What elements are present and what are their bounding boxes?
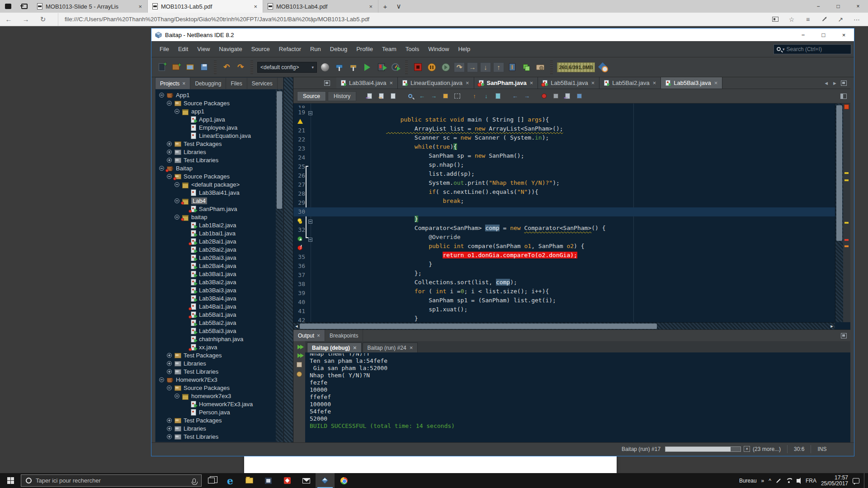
tree-expander-icon[interactable]: [167, 158, 172, 163]
code-line[interactable]: 42 }: [293, 316, 835, 322]
taskbar-mail-icon[interactable]: [297, 473, 316, 488]
tree-expander-icon[interactable]: [175, 198, 179, 203]
editor-gutter-cell[interactable]: 42: [293, 316, 307, 322]
output-console[interactable]: Nhap them( Y/N)?YTen san pham la:54fefe …: [305, 352, 850, 442]
tree-item[interactable]: SanPham.java: [156, 205, 276, 213]
taskbar-search-input[interactable]: Taper ici pour rechercher: [21, 474, 202, 487]
step-over-button[interactable]: ↷: [454, 62, 465, 72]
tree-expander-icon[interactable]: [167, 101, 172, 106]
hub-icon[interactable]: ≡: [801, 14, 815, 25]
toggle-bookmark-icon[interactable]: [493, 91, 503, 101]
network-icon[interactable]: [786, 478, 792, 483]
clock[interactable]: 17:57 25/05/2017: [821, 475, 848, 487]
editor-tab[interactable]: Lab5Bai3.java ×: [661, 77, 722, 89]
close-tab-icon[interactable]: ×: [653, 80, 656, 86]
editor-gutter-cell[interactable]: 23: [293, 144, 307, 153]
previous-bookmark-icon[interactable]: ↑: [469, 91, 479, 101]
comment-icon[interactable]: [562, 91, 572, 101]
open-project-button[interactable]: [184, 61, 196, 73]
find-previous-icon[interactable]: ←: [417, 91, 427, 101]
build-sphere-button[interactable]: [319, 61, 331, 73]
editor-tab[interactable]: LinearEquation.java ×: [398, 77, 474, 89]
source-view-button[interactable]: Source: [297, 91, 326, 101]
output-doc-tab[interactable]: Baitap (run) #24 ×: [363, 343, 418, 352]
tree-expander-icon[interactable]: [167, 174, 172, 179]
editor-gutter-cell[interactable]: 35: [293, 253, 307, 262]
editor-gutter-cell[interactable]: 38: [293, 280, 307, 289]
panel-tab[interactable]: Debugging ×: [190, 78, 226, 89]
start-button[interactable]: [0, 473, 21, 488]
tree-item[interactable]: Test Libraries: [156, 367, 276, 375]
forward-doc-icon[interactable]: [388, 91, 398, 101]
menu-item[interactable]: View: [193, 44, 214, 54]
stop-debug-button[interactable]: [412, 61, 424, 73]
microphone-icon[interactable]: [193, 479, 196, 483]
editor-tab[interactable]: Lab5Bai1.java ×: [538, 77, 599, 89]
editor-gutter-cell[interactable]: 40: [293, 298, 307, 307]
tree-item[interactable]: Test Packages: [156, 140, 276, 148]
editor-gutter-cell[interactable]: 30: [293, 207, 307, 216]
tree-expander-icon[interactable]: [167, 353, 172, 358]
editor-gutter-cell[interactable]: 20: [293, 117, 307, 126]
tree-expander-icon[interactable]: [175, 109, 179, 114]
scroll-left-icon[interactable]: ◄: [294, 324, 299, 329]
menu-item[interactable]: Navigate: [214, 44, 246, 54]
tree-item[interactable]: homework7ex3: [156, 392, 276, 400]
editor-gutter-cell[interactable]: 36: [293, 262, 307, 271]
rerun-with-args-button[interactable]: [300, 353, 304, 358]
language-indicator[interactable]: FRA: [806, 478, 816, 484]
tab-list-chevron-icon[interactable]: ∨: [392, 0, 406, 13]
share-icon[interactable]: ↗: [834, 14, 847, 25]
config-select[interactable]: <default config> ▾: [257, 62, 317, 73]
tree-item[interactable]: Lab5Bai2.java: [156, 319, 276, 327]
close-button[interactable]: ×: [834, 28, 854, 41]
editor-gutter-cell[interactable]: 31: [293, 216, 307, 225]
menu-item[interactable]: Help: [453, 44, 475, 54]
close-tab-icon[interactable]: ×: [466, 80, 469, 86]
netbeans-title-bar[interactable]: Baitap - NetBeans IDE 8.2 − □ ×: [151, 28, 854, 41]
tree-item[interactable]: Lab2Bai2.java: [156, 245, 276, 253]
output-window-tab[interactable]: Output ×: [293, 330, 325, 341]
tree-item[interactable]: Lab2Bai3.java: [156, 253, 276, 262]
output-settings-button[interactable]: [297, 371, 302, 377]
tree-item[interactable]: Lab3Bai41.java: [156, 188, 276, 197]
close-tab-icon[interactable]: ×: [368, 3, 373, 10]
editor-gutter-cell[interactable]: 24: [293, 153, 307, 162]
new-project-button[interactable]: [170, 61, 182, 73]
forward-icon[interactable]: →: [17, 15, 34, 23]
tree-item[interactable]: Test Packages: [156, 351, 276, 359]
stop-macro-icon[interactable]: [551, 91, 561, 101]
tree-item[interactable]: Test Libraries: [156, 156, 276, 164]
find-next-icon[interactable]: →: [429, 91, 439, 101]
rectangular-selection-icon[interactable]: [452, 91, 462, 101]
tree-item[interactable]: App1: [156, 91, 276, 99]
step-over-expression-button[interactable]: →: [467, 62, 478, 72]
editor-gutter-cell[interactable]: 25: [293, 162, 307, 171]
tree-item[interactable]: Homework7Ex3.java: [156, 400, 276, 408]
clean-build-button[interactable]: [347, 61, 359, 73]
tree-item[interactable]: Lab2Bai4.java: [156, 262, 276, 270]
close-tab-icon[interactable]: ×: [714, 80, 718, 86]
tree-item[interactable]: Test Packages: [156, 416, 276, 424]
stop-output-button[interactable]: [297, 362, 302, 367]
menu-item[interactable]: File: [155, 44, 174, 54]
scroll-tabs-left-icon[interactable]: ◄: [824, 80, 829, 86]
editor-gutter-cell[interactable]: 18: [293, 103, 307, 108]
taskbar-chrome-icon[interactable]: [335, 473, 354, 488]
editor-gutter-cell[interactable]: 29: [293, 198, 307, 207]
tree-item[interactable]: Source Packages: [156, 172, 276, 180]
browser-tab[interactable]: MOB1013-Slide 5 - ArrayLis ×: [33, 0, 148, 13]
tree-expander-icon[interactable]: [167, 361, 172, 366]
favorites-star-icon[interactable]: ☆: [785, 14, 798, 25]
menu-item[interactable]: Team: [377, 44, 401, 54]
tree-expander-icon[interactable]: [167, 418, 172, 423]
editor-gutter-cell[interactable]: 19: [293, 108, 307, 117]
tree-item[interactable]: Employee.java: [156, 123, 276, 131]
output-doc-tab[interactable]: Baitap (debug) ×: [307, 343, 362, 352]
maximize-output-icon[interactable]: [841, 333, 847, 338]
tree-item[interactable]: Baitap: [156, 164, 276, 172]
tree-item[interactable]: Lab5Bai1.java: [156, 310, 276, 319]
tree-item[interactable]: Lab4: [156, 197, 276, 205]
tree-item[interactable]: Lab1Bai2.java: [156, 221, 276, 229]
editor-gutter-cell[interactable]: 32: [293, 225, 307, 235]
